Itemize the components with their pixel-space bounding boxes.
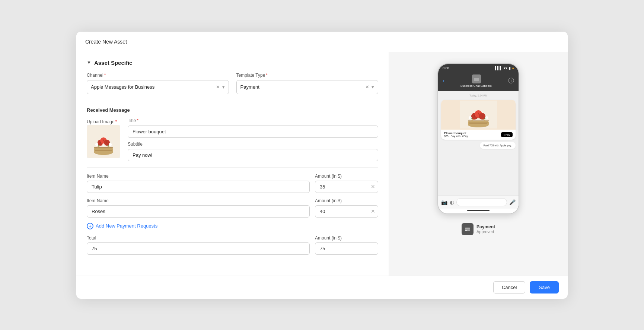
section-header: ▼ Asset Specific <box>87 60 378 66</box>
total-amount-group: Amount (in $) <box>315 235 378 255</box>
subtitle-group: Subtitle <box>128 142 378 161</box>
svg-rect-31 <box>465 229 470 229</box>
amount-clear-icon-2[interactable]: ✕ <box>371 208 375 214</box>
title-label: Title* <box>128 118 378 123</box>
upload-image-box[interactable] <box>87 125 120 158</box>
bubble-text: Paid 75$ with Apple pay. <box>484 144 512 147</box>
svg-point-13 <box>109 143 112 146</box>
total-name-input[interactable] <box>87 242 310 255</box>
channel-label: Channel* <box>87 73 229 78</box>
total-amount-input[interactable] <box>315 242 378 255</box>
item-row-1: Item Name Amount (in $) ✕ <box>87 174 378 193</box>
bubble-wrapper: Paid 75$ with Apple pay. <box>441 142 516 149</box>
upload-image-label: Upload Image* <box>87 119 117 124</box>
phone-card-body: Flower bouquet $75 · Pay with ✦Pay  Pay <box>441 130 516 140</box>
wifi-icon: ▾▾ <box>504 66 507 70</box>
template-type-select[interactable]: Payment ✕ ▾ <box>236 80 379 94</box>
amount-wrapper-2: ✕ <box>315 205 378 218</box>
apple-logo:  <box>504 133 505 136</box>
battery-icon: ▮ <box>509 66 511 70</box>
channel-value: Apple Messages for Business <box>91 84 216 90</box>
preview-flower-image <box>460 101 497 128</box>
title-group: Title* <box>128 118 378 138</box>
svg-point-12 <box>95 143 98 146</box>
phone-card-text: Flower bouquet $75 · Pay with ✦Pay <box>444 131 468 138</box>
save-button[interactable]: Save <box>530 281 559 293</box>
image-title-row: Upload Image* <box>87 118 378 161</box>
payment-badge: Payment Approved <box>462 223 495 235</box>
phone-status-icons: ▌▌▌ ▾▾ ▮ ● <box>495 66 514 70</box>
amount-input-1[interactable] <box>315 181 378 193</box>
template-chevron-icon[interactable]: ▾ <box>372 84 374 90</box>
item-name-input-1[interactable] <box>87 181 310 193</box>
total-label: Total <box>87 235 310 241</box>
phone-nav: ‹ Business Chat Sandbox ⓘ <box>438 72 519 91</box>
preview-panel: 8:00 ▌▌▌ ▾▾ ▮ ● ‹ <box>389 52 568 276</box>
item-row-2: Item Name Amount (in $) ✕ <box>87 198 378 218</box>
add-btn-label: Add New Payment Requests <box>96 223 157 229</box>
phone-card-title: Flower bouquet <box>444 131 468 135</box>
title-input[interactable] <box>128 126 378 138</box>
template-type-value: Payment <box>240 84 366 90</box>
chat-avatar <box>472 74 481 83</box>
create-asset-modal: Create New Asset ▼ Asset Specific Channe… <box>76 32 568 299</box>
upload-required: * <box>115 119 117 124</box>
svg-point-28 <box>469 116 472 119</box>
amount-group-1: Amount (in $) ✕ <box>315 174 378 193</box>
svg-rect-32 <box>465 230 467 231</box>
back-icon[interactable]: ‹ <box>443 77 444 84</box>
total-row: Total Amount (in $) <box>87 235 378 255</box>
svg-rect-15 <box>474 78 479 81</box>
svg-rect-16 <box>475 77 478 78</box>
channel-required: * <box>104 73 106 78</box>
collapse-arrow-icon[interactable]: ▼ <box>87 60 91 65</box>
phone-date: Today, 5:24 PM <box>441 94 516 97</box>
modal-header: Create New Asset <box>76 32 568 52</box>
phone-status-bar: 8:00 ▌▌▌ ▾▾ ▮ ● <box>438 64 519 72</box>
payment-svg-icon <box>464 226 471 232</box>
channel-chevron-icon[interactable]: ▾ <box>222 84 225 90</box>
received-message-label: Received Message <box>87 107 378 113</box>
apps-icon[interactable]: ◐ <box>450 199 454 205</box>
phone-message-card: Flower bouquet $75 · Pay with ✦Pay  Pay <box>441 100 516 140</box>
divider-1 <box>87 101 378 101</box>
phone-nav-center: Business Chat Sandbox <box>460 74 492 88</box>
channel-select-icons: ✕ ▾ <box>216 84 225 90</box>
svg-point-29 <box>485 116 488 119</box>
apple-pay-button[interactable]:  Pay <box>501 132 513 137</box>
form-panel: ▼ Asset Specific Channel* Apple Messages… <box>76 52 389 276</box>
title-required: * <box>137 118 138 123</box>
item-name-input-2[interactable] <box>87 205 310 218</box>
total-name-group: Total <box>87 235 310 255</box>
add-payment-request-button[interactable]: + Add New Payment Requests <box>87 223 157 229</box>
amount-input-2[interactable] <box>315 205 378 218</box>
amount-wrapper-1: ✕ <box>315 181 378 193</box>
cancel-button[interactable]: Cancel <box>493 281 525 293</box>
phone-home-indicator <box>438 209 519 213</box>
phone-time: 8:00 <box>443 66 449 70</box>
modal-title: Create New Asset <box>85 39 127 45</box>
svg-rect-2 <box>94 147 113 153</box>
phone-input-bar: 📷 ◐ 🎤 <box>438 196 519 209</box>
add-icon: + <box>87 223 93 229</box>
camera-icon[interactable]: 📷 <box>441 199 447 205</box>
modal-body: ▼ Asset Specific Channel* Apple Messages… <box>76 52 568 276</box>
amount-clear-icon-1[interactable]: ✕ <box>371 184 375 190</box>
channel-select[interactable]: Apple Messages for Business ✕ ▾ <box>87 80 229 94</box>
svg-point-14 <box>102 143 105 146</box>
phone-card-image <box>441 100 516 130</box>
info-icon[interactable]: ⓘ <box>508 77 514 85</box>
template-clear-icon[interactable]: ✕ <box>365 84 369 90</box>
subtitle-input[interactable] <box>128 149 378 161</box>
phone-text-input[interactable] <box>456 198 507 206</box>
section-title: Asset Specific <box>94 60 133 66</box>
mic-icon[interactable]: 🎤 <box>509 199 516 205</box>
channel-group: Channel* Apple Messages for Business ✕ ▾ <box>87 73 229 94</box>
item-name-label-1: Item Name <box>87 174 310 179</box>
signal-icon: ▌▌▌ <box>495 66 502 70</box>
channel-clear-icon[interactable]: ✕ <box>216 84 220 90</box>
amount-group-2: Amount (in $) ✕ <box>315 198 378 218</box>
template-required: * <box>266 73 268 78</box>
amount-label-2: Amount (in $) <box>315 198 378 203</box>
item-name-label-2: Item Name <box>87 198 310 203</box>
